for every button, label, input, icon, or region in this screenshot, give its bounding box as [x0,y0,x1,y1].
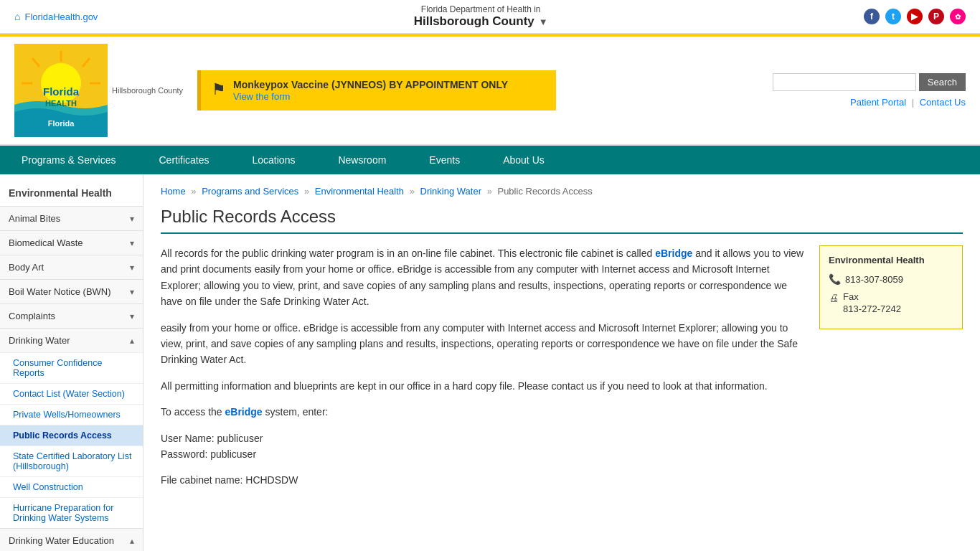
credentials: User Name: publicuser Password: publicus… [161,430,805,463]
sidebar-section-complaints: Complaints ▾ [0,303,143,328]
page-title: Public Records Access [161,207,963,234]
sidebar-item-state-certified-lab[interactable]: State Certified Laboratory List (Hillsbo… [0,446,143,476]
search-box: Search [773,73,966,91]
sidebar-item-public-records[interactable]: Public Records Access [0,425,143,446]
header-center: ⚑ Monkeypox Vaccine (JYNNEOS) BY APPOINT… [183,70,773,110]
breadcrumb-drinking-water[interactable]: Drinking Water [420,186,481,197]
flag-icon: ⚑ [212,80,226,99]
county-name: Hillsborough County [414,14,534,29]
sidebar-item-drinking-water-education[interactable]: Drinking Water Education ▴ [0,529,143,551]
facebook-icon[interactable]: f [864,9,880,24]
sidebar-item-animal-bites[interactable]: Animal Bites ▾ [0,207,143,230]
announcement-banner: ⚑ Monkeypox Vaccine (JYNNEOS) BY APPOINT… [197,70,556,110]
dept-prefix: Florida Department of Health in [414,4,548,14]
header-links: Patient Portal | Contact Us [850,97,966,108]
chevron-up-icon: ▴ [130,536,134,546]
logo-area: Florida Florida HEALTH Hillsborough Coun… [14,44,183,137]
announcement-title: Monkeypox Vaccine (JYNNEOS) BY APPOINTME… [233,79,508,90]
breadcrumb-home[interactable]: Home [161,186,186,197]
nav-about-us[interactable]: About Us [481,146,566,174]
nav-locations[interactable]: Locations [231,146,317,174]
sidebar-item-private-wells[interactable]: Private Wells/Homeowners [0,404,143,425]
nav-programs-services[interactable]: Programs & Services [0,146,137,174]
content-with-sidebar: All records for the public drinking wate… [161,245,963,499]
sidebar-item-biomedical-waste[interactable]: Biomedical Waste ▾ [0,231,143,255]
search-button[interactable]: Search [919,73,966,91]
nav-certificates[interactable]: Certificates [137,146,230,174]
fax-label: Fax [843,291,859,302]
patient-portal-link[interactable]: Patient Portal [850,97,906,108]
youtube-icon[interactable]: ▶ [907,9,923,24]
ebridge-link-2[interactable]: eBridge [225,406,263,418]
side-info-box: Environmental Health 📞 813-307-8059 🖨 Fa… [819,245,963,329]
sidebar-section-animal-bites: Animal Bites ▾ [0,206,143,230]
chevron-down-icon: ▾ [130,263,134,273]
content-area: Environmental Health Animal Bites ▾ Biom… [0,174,980,551]
fax-icon: 🖨 [829,292,839,303]
header: Florida Florida HEALTH Hillsborough Coun… [0,37,980,146]
main-content: Home » Programs and Services » Environme… [143,174,980,551]
home-icon: ⌂ [14,11,20,22]
chevron-down-icon: ▾ [130,311,134,321]
county-sub-label: Hillsborough County [112,86,183,95]
logo: Florida Florida HEALTH [14,44,108,137]
paragraph-1: All records for the public drinking wate… [161,245,805,310]
chevron-down-icon: ▾ [130,287,134,297]
file-cabinet: File cabinet name: HCHDSDW [161,472,805,488]
breadcrumb: Home » Programs and Services » Environme… [161,186,963,197]
sidebar-item-well-construction[interactable]: Well Construction [0,476,143,497]
site-link[interactable]: FloridaHealth.gov [24,11,98,22]
paragraph-4: To access the eBridge system, enter: [161,404,805,420]
sidebar-item-boil-water-notice[interactable]: Boil Water Notice (BWN) ▾ [0,280,143,303]
fax-number: 813-272-7242 [843,303,901,314]
sidebar-title: Environmental Health [0,182,143,206]
chevron-down-icon: ▾ [130,214,134,224]
drinking-water-sub-items: Consumer Confidence Reports Contact List… [0,352,143,528]
sidebar-item-body-art[interactable]: Body Art ▾ [0,255,143,279]
chevron-down-icon: ▾ [130,238,134,248]
sidebar-section-body-art: Body Art ▾ [0,255,143,279]
nav-newsroom[interactable]: Newsroom [316,146,407,174]
main-text-area: All records for the public drinking wate… [161,245,805,499]
sidebar-item-contact-list[interactable]: Contact List (Water Section) [0,383,143,404]
twitter-icon[interactable]: t [885,9,901,24]
social-icons: f t ▶ P ✿ [864,9,966,24]
svg-text:Florida: Florida [48,119,75,128]
nav-events[interactable]: Events [407,146,481,174]
sidebar-item-drinking-water[interactable]: Drinking Water ▴ [0,329,143,352]
sidebar-item-hurricane-prep[interactable]: Hurricane Preparation for Drinking Water… [0,497,143,528]
breadcrumb-current: Public Records Access [497,186,592,197]
svg-text:Florida: Florida [43,85,80,98]
sidebar-section-boil-water-notice: Boil Water Notice (BWN) ▾ [0,279,143,303]
sidebar-section-drinking-water-education: Drinking Water Education ▴ Contaminants/… [0,528,143,551]
phone-number: 813-307-8059 [845,273,903,287]
paragraph-2: easily from your home or office. eBridge… [161,320,805,368]
contact-us-link[interactable]: Contact Us [920,97,966,108]
dropdown-arrow[interactable]: ▼ [539,17,548,27]
chevron-up-icon: ▴ [130,336,134,346]
paragraph-3: All permitting information and blueprint… [161,378,805,394]
sidebar-item-consumer-confidence[interactable]: Consumer Confidence Reports [0,352,143,383]
sidebar: Environmental Health Animal Bites ▾ Biom… [0,174,143,551]
sidebar-item-complaints[interactable]: Complaints ▾ [0,304,143,328]
top-bar: ⌂ FloridaHealth.gov Florida Department o… [0,0,980,34]
ebridge-link-1[interactable]: eBridge [655,248,692,259]
phone-row: 📞 813-307-8059 [829,273,953,287]
top-bar-left: ⌂ FloridaHealth.gov [14,11,98,22]
top-bar-center: Florida Department of Health in Hillsbor… [414,4,548,29]
sidebar-section-biomedical-waste: Biomedical Waste ▾ [0,230,143,255]
flickr-icon[interactable]: ✿ [950,9,966,24]
main-nav: Programs & Services Certificates Locatio… [0,146,980,174]
svg-text:HEALTH: HEALTH [45,99,77,108]
breadcrumb-programs[interactable]: Programs and Services [202,186,298,197]
sidebar-section-drinking-water: Drinking Water ▴ Consumer Confidence Rep… [0,328,143,528]
fax-row: 🖨 Fax 813-272-7242 [829,291,953,316]
header-right: Search Patient Portal | Contact Us [773,73,966,108]
pinterest-icon[interactable]: P [928,9,944,24]
phone-icon: 📞 [829,273,841,285]
announcement-link[interactable]: View the form [233,91,290,102]
side-box-title: Environmental Health [829,255,953,265]
breadcrumb-env-health[interactable]: Environmental Health [315,186,404,197]
search-input[interactable] [773,73,916,91]
